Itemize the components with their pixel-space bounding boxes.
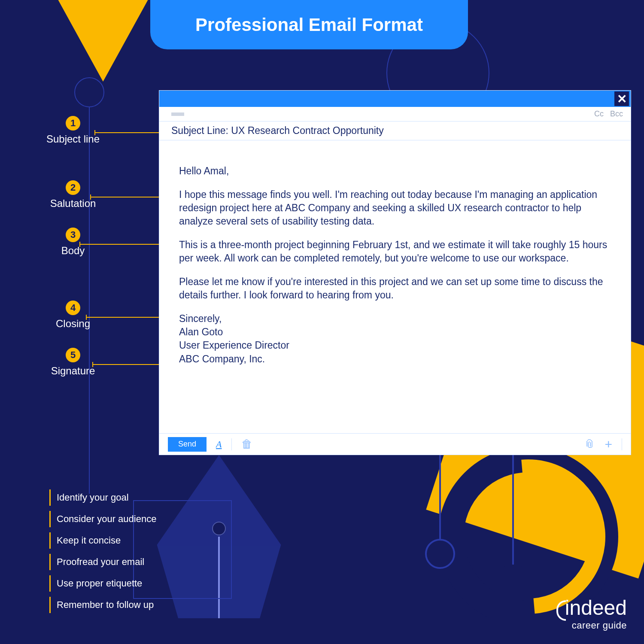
decorative-ring-small (74, 77, 104, 107)
callout-signature: 5 Signature (30, 348, 116, 377)
delete-icon[interactable]: 🗑︎ (241, 437, 252, 451)
tip-text: Keep it concise (57, 535, 121, 546)
tip-text: Proofread your email (57, 556, 144, 567)
tip-item: Proofread your email (49, 554, 156, 570)
callout-label: Subject line (30, 133, 116, 145)
toolbar-divider (622, 438, 622, 450)
close-button[interactable]: ✕ (614, 91, 629, 106)
send-label: Send (178, 440, 196, 449)
callout-subject-line: 1 Subject line (30, 116, 116, 145)
callout-body: 3 Body (30, 228, 116, 257)
callout-number: 4 (66, 301, 80, 315)
brand-wordmark: indeed (556, 598, 627, 621)
email-paragraph: I hope this message finds you well. I'm … (179, 188, 611, 228)
signature-name: Alan Goto (179, 325, 611, 339)
callout-number: 1 (66, 116, 80, 131)
callout-label: Closing (30, 318, 116, 330)
toolbar-divider (231, 438, 232, 450)
brand-logo: indeed career guide (556, 598, 627, 631)
add-icon[interactable]: + (605, 437, 612, 452)
decorative-triangle (56, 0, 150, 82)
email-toolbar: Send A 🗑︎ 📎︎ + (159, 433, 631, 455)
email-to-row[interactable]: Cc Bcc (159, 107, 631, 122)
tip-text: Identify your goal (57, 492, 129, 503)
tip-text: Remember to follow up (57, 599, 154, 610)
attachment-icon[interactable]: 📎︎ (584, 437, 595, 451)
format-text-icon[interactable]: A (216, 439, 222, 450)
email-paragraph: This is a three-month project beginning … (179, 238, 611, 265)
callout-number: 2 (66, 180, 80, 195)
decorative-lollipop-1 (494, 453, 532, 599)
email-titlebar: ✕ (159, 91, 631, 107)
bcc-button[interactable]: Bcc (610, 109, 623, 118)
email-compose-window: ✕ Cc Bcc Subject Line: UX Research Contr… (159, 90, 631, 455)
email-salutation: Hello Amal, (179, 164, 611, 178)
email-subject-row[interactable]: Subject Line: UX Research Contract Oppor… (159, 122, 631, 140)
page-title: Professional Email Format (195, 15, 423, 35)
email-closing: Sincerely, (179, 312, 611, 325)
tips-list: Identify your goal Consider your audienc… (49, 489, 156, 618)
tip-item: Consider your audience (49, 511, 156, 527)
email-subject-text: Subject Line: UX Research Contract Oppor… (171, 125, 384, 137)
email-body[interactable]: Hello Amal, I hope this message finds yo… (159, 140, 631, 433)
callout-label: Body (30, 245, 116, 257)
tip-item: Keep it concise (49, 532, 156, 549)
callout-label: Signature (30, 365, 116, 377)
recipient-placeholder-icon (171, 112, 184, 116)
cc-button[interactable]: Cc (594, 109, 604, 118)
tip-item: Use proper etiquette (49, 575, 156, 592)
tip-text: Use proper etiquette (57, 578, 142, 589)
decorative-lollipop-2 (425, 453, 455, 573)
send-button[interactable]: Send (168, 437, 207, 452)
signature-company: ABC Company, Inc. (179, 352, 611, 366)
email-paragraph: Please let me know if you're interested … (179, 275, 611, 302)
tip-text: Consider your audience (57, 513, 156, 524)
callout-closing: 4 Closing (30, 301, 116, 330)
callout-number: 5 (66, 348, 80, 362)
brand-arc-icon (556, 600, 566, 621)
callout-salutation: 2 Salutation (30, 180, 116, 210)
callout-number: 3 (66, 228, 80, 242)
tip-item: Remember to follow up (49, 597, 156, 613)
close-icon: ✕ (617, 92, 627, 106)
brand-name: indeed (565, 598, 627, 617)
callout-label: Salutation (30, 197, 116, 210)
signature-title: User Experience Director (179, 339, 611, 352)
page-title-banner: Professional Email Format (150, 0, 468, 49)
tip-item: Identify your goal (49, 489, 156, 506)
brand-subtitle: career guide (556, 620, 627, 631)
